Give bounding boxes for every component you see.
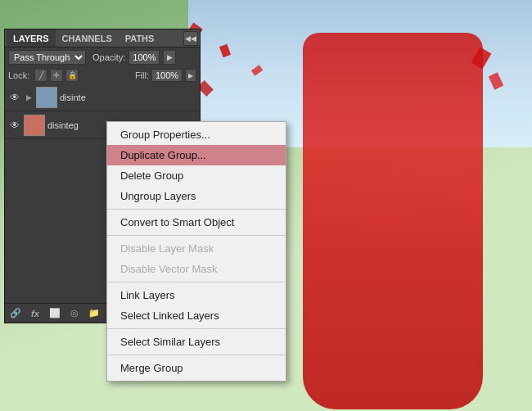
add-mask-icon[interactable]: ⬜ [47,306,62,321]
opacity-input[interactable] [128,50,160,65]
menu-item-merge-group[interactable]: Merge Group [107,358,286,378]
fill-label: Fill: [135,70,149,80]
menu-separator [107,282,286,282]
fill-input[interactable] [151,69,183,82]
fill-arrow[interactable]: ▶ [185,69,196,82]
menu-item-link-layers[interactable]: Link Layers [107,285,286,305]
menu-item-select-linked-layers[interactable]: Select Linked Layers [107,305,286,326]
layer-visibility-icon[interactable]: 👁 [8,91,21,104]
layer-name: disinte [60,93,196,102]
layer-expand-icon[interactable]: ▶ [24,93,34,102]
lock-pixels-icon[interactable]: ╱ [34,69,47,82]
menu-item-convert-smart-object[interactable]: Convert to Smart Object [107,212,286,233]
context-menu: Group Properties... Duplicate Group... D… [106,121,286,382]
fx-icon[interactable]: fx [28,306,43,321]
menu-item-ungroup-layers[interactable]: Ungroup Layers [107,186,286,206]
tab-paths[interactable]: PATHS [119,29,161,47]
menu-separator [107,355,286,355]
menu-separator [107,235,286,236]
menu-item-select-similar-layers[interactable]: Select Similar Layers [107,332,286,352]
lock-all-icon[interactable]: 🔒 [65,69,79,82]
layer-visibility-icon[interactable]: 👁 [8,119,21,132]
layer-item[interactable]: 👁 ▶ disinte [5,84,200,111]
blend-opacity-row: Pass Through Opacity: ▶ [5,47,200,67]
panel-tabs: LAYERS CHANNELS PATHS ◀◀ [5,29,200,47]
menu-item-duplicate-group[interactable]: Duplicate Group... [107,145,286,165]
menu-item-group-properties[interactable]: Group Properties... [107,124,286,145]
tab-layers[interactable]: LAYERS [7,29,56,47]
opacity-label: Opacity: [92,52,125,62]
menu-item-disable-vector-mask: Disable Vector Mask [107,259,286,279]
menu-separator [107,328,286,329]
layer-thumbnail [36,87,57,108]
lock-label: Lock: [8,70,29,80]
panel-collapse-button[interactable]: ◀◀ [183,31,198,46]
lock-move-icon[interactable]: ✛ [50,69,63,82]
lock-fill-row: Lock: ╱ ✛ 🔒 Fill: ▶ [5,67,200,84]
menu-item-delete-group[interactable]: Delete Group [107,165,286,186]
link-layers-icon[interactable]: 🔗 [8,306,23,321]
tab-channels[interactable]: CHANNELS [56,29,119,47]
menu-item-disable-layer-mask: Disable Layer Mask [107,238,286,259]
menu-separator [107,209,286,210]
opacity-arrow[interactable]: ▶ [163,50,176,65]
new-fill-layer-icon[interactable]: ◎ [67,306,82,321]
figure-red-dress [303,33,483,409]
layer-thumbnail [24,115,45,136]
blend-mode-select[interactable]: Pass Through [8,50,86,65]
new-group-icon[interactable]: 📁 [87,306,101,321]
